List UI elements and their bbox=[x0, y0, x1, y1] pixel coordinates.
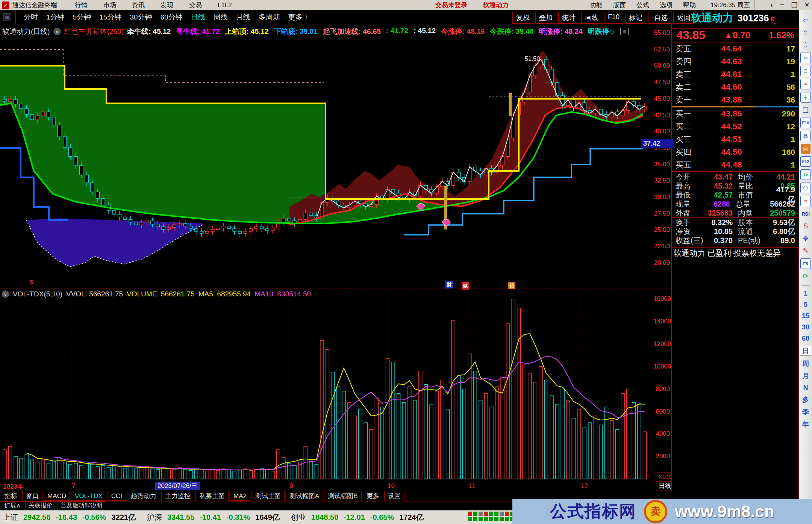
strip-period-30[interactable]: 30 bbox=[800, 323, 811, 331]
f5-icon[interactable]: F5 bbox=[800, 258, 811, 269]
login-status[interactable]: 交易未登录 bbox=[435, 1, 467, 9]
period-tab-日线[interactable]: 日线 bbox=[187, 12, 209, 22]
list-icon[interactable]: ☰ bbox=[800, 66, 811, 76]
tab-MA2[interactable]: MA2 bbox=[230, 492, 250, 501]
pane-separator[interactable] bbox=[0, 288, 671, 288]
pages-icon[interactable]: ❏ bbox=[801, 105, 810, 115]
tab-趋势动力[interactable]: 趋势动力 bbox=[127, 491, 160, 501]
sell-row[interactable]: 卖三44.611 bbox=[672, 68, 799, 81]
buy-row[interactable]: 买四44.50160 bbox=[672, 146, 799, 159]
period-tab-分时[interactable]: 分时 bbox=[20, 12, 42, 22]
chevron-down-icon[interactable]: ∨ bbox=[53, 28, 61, 35]
tab-CCI[interactable]: CCI bbox=[108, 492, 126, 501]
tab-关联报价[interactable]: 关联报价 bbox=[25, 501, 56, 510]
f10-icon[interactable]: F10 bbox=[800, 118, 811, 128]
f12-icon[interactable]: F12 bbox=[800, 156, 811, 167]
indicator-name[interactable]: 红色主升箱体(250) bbox=[64, 27, 124, 36]
candlestick-icon[interactable]: ╫ bbox=[800, 92, 811, 103]
quote-report-icon[interactable]: ▤ bbox=[800, 53, 811, 63]
menu-news[interactable]: 资讯 bbox=[124, 1, 153, 9]
period-tab-5分钟[interactable]: 5分钟 bbox=[69, 12, 95, 22]
menu-market[interactable]: 市场 bbox=[95, 1, 124, 9]
strip-period-5[interactable]: 5 bbox=[800, 301, 811, 309]
period-tab-月线[interactable]: 月线 bbox=[232, 12, 255, 22]
wave-icon[interactable]: ≋ bbox=[800, 196, 811, 206]
move-icon[interactable]: ✥ bbox=[801, 234, 810, 243]
strip-period-日[interactable]: 日 bbox=[800, 346, 811, 356]
index-hushen[interactable]: 沪深 3341.55 -10.41 -0.31% 1649亿 bbox=[147, 512, 280, 522]
strip-period-周[interactable]: 周 bbox=[800, 359, 811, 368]
refresh-icon[interactable]: ⟳ bbox=[801, 272, 810, 281]
menu-functions[interactable]: 功能 bbox=[585, 1, 608, 9]
menu-quotes[interactable]: 行情 bbox=[67, 1, 95, 9]
s-icon[interactable]: S bbox=[801, 221, 810, 231]
chevron-down-icon[interactable]: ∨ bbox=[2, 290, 9, 298]
strip-period-N[interactable]: N bbox=[800, 384, 811, 392]
period-tab-多周期[interactable]: 多周期 bbox=[255, 12, 284, 22]
tab-测试幅图B[interactable]: 测试幅图B bbox=[324, 491, 361, 501]
tab-指标[interactable]: 指标 bbox=[1, 491, 21, 501]
strip-period-年[interactable]: 年 bbox=[800, 420, 811, 429]
menu-trade[interactable]: 交易 bbox=[181, 1, 210, 9]
tab-测试主图[interactable]: 测试主图 bbox=[251, 491, 285, 501]
buy-row[interactable]: 买一43.85290 bbox=[672, 107, 799, 120]
minimize-icon[interactable]: − bbox=[780, 1, 784, 9]
sell-row[interactable]: 卖四44.6319 bbox=[672, 55, 799, 68]
tab-普及版功能说明[interactable]: 普及版功能说明 bbox=[57, 501, 106, 510]
volume-indicator-name[interactable]: VOL-TDX(5,10) bbox=[13, 290, 62, 298]
pencil-icon[interactable]: ✎ bbox=[801, 246, 810, 256]
menu-layout[interactable]: 版面 bbox=[608, 1, 631, 9]
sell-row[interactable]: 卖一43.8636 bbox=[672, 94, 799, 106]
action-button-叠加[interactable]: 叠加 bbox=[535, 12, 556, 24]
auto-icon[interactable]: 自 bbox=[801, 144, 810, 154]
close-icon[interactable]: × bbox=[805, 1, 809, 9]
index-chuangye[interactable]: 创业 1848.50 -12.01 -0.65% 1724亿 bbox=[291, 512, 424, 522]
menu-options[interactable]: 选项 bbox=[654, 1, 678, 9]
tab-MACD[interactable]: MACD bbox=[44, 492, 70, 501]
action-button-标记[interactable]: 标记 bbox=[625, 12, 646, 24]
index-shanghai[interactable]: 上证 2942.56 -16.43 -0.56% 3221亿 bbox=[3, 512, 136, 522]
sell-row[interactable]: 卖二44.6056 bbox=[672, 81, 799, 94]
line-chart-icon[interactable]: ∿ bbox=[800, 79, 811, 89]
period-tab-周线[interactable]: 周线 bbox=[209, 12, 232, 22]
action-button--自选[interactable]: -自选 bbox=[648, 12, 671, 24]
tab-窗口[interactable]: 窗口 bbox=[22, 491, 42, 501]
action-button-统计[interactable]: 统计 bbox=[558, 12, 579, 24]
period-tab-15分钟[interactable]: 15分钟 bbox=[95, 12, 126, 22]
buy-row[interactable]: 买三44.511 bbox=[672, 133, 799, 146]
tab-更多[interactable]: 更多 bbox=[363, 491, 383, 501]
period-tab-1分钟[interactable]: 1分钟 bbox=[42, 12, 69, 22]
main-chart[interactable]: 软通动力(日线) ∨ 红色主升箱体(250) 牵牛线: 45.12寻牛线: 41… bbox=[0, 24, 654, 289]
rsi-icon[interactable]: RSI bbox=[801, 209, 810, 219]
nav-back-icon[interactable]: ‹ bbox=[770, 1, 773, 9]
strip-period-15[interactable]: 15 bbox=[800, 312, 811, 320]
menu-formula[interactable]: 公式 bbox=[631, 1, 654, 9]
period-tab-更多 〉[interactable]: 更多 〉 bbox=[284, 12, 316, 22]
tree-icon[interactable]: 品 bbox=[800, 131, 811, 141]
action-button-画线[interactable]: 画线 bbox=[581, 12, 602, 24]
menu-l1l2[interactable]: L1L2 bbox=[210, 2, 240, 9]
strip-period-季[interactable]: 季 bbox=[800, 408, 811, 417]
strip-period-月[interactable]: 月 bbox=[800, 371, 811, 381]
action-button-复权[interactable]: 复权 bbox=[512, 12, 533, 24]
tab-扩展∧[interactable]: 扩展∧ bbox=[1, 501, 24, 510]
window-split-icon[interactable]: ▥ bbox=[620, 28, 629, 35]
buy-row[interactable]: 买五44.481 bbox=[672, 159, 799, 171]
tab-VOL-TDX[interactable]: VOL-TDX bbox=[71, 492, 106, 501]
strip-period-多[interactable]: 多 bbox=[800, 395, 811, 404]
period-tab-30分钟[interactable]: 30分钟 bbox=[126, 12, 156, 22]
strip-period-1[interactable]: 1 bbox=[800, 290, 811, 297]
back-icon[interactable]: ⇦ bbox=[801, 15, 810, 25]
menu-discover[interactable]: 发现 bbox=[153, 1, 181, 9]
action-button-F10[interactable]: F10 bbox=[604, 12, 623, 24]
strip-period-60[interactable]: 60 bbox=[800, 335, 811, 343]
tab-测试幅图A[interactable]: 测试幅图A bbox=[286, 491, 323, 501]
period-tab-60分钟[interactable]: 60分钟 bbox=[156, 12, 186, 22]
tab-设置[interactable]: 设置 bbox=[384, 491, 404, 501]
volume-chart[interactable] bbox=[0, 299, 654, 479]
down-icon[interactable]: ⇩ bbox=[801, 40, 810, 50]
restore-icon[interactable]: ❐ bbox=[791, 1, 798, 9]
oval-icon[interactable]: ◯ bbox=[800, 183, 811, 193]
active-stock-name[interactable]: 软通动力 bbox=[483, 1, 509, 9]
tab-私募主图[interactable]: 私募主图 bbox=[195, 491, 229, 501]
